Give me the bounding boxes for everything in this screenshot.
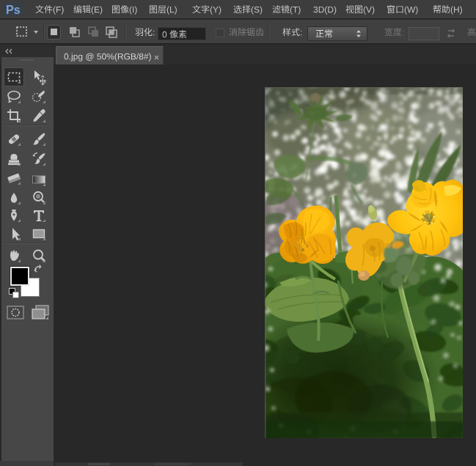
svg-text:Ps: Ps [6, 4, 21, 16]
